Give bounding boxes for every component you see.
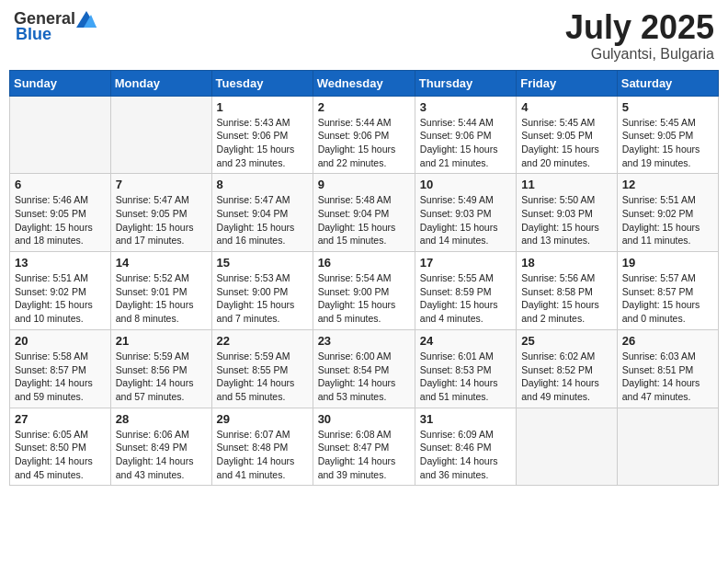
location-title: Gulyantsi, Bulgaria bbox=[565, 46, 714, 63]
calendar-day-cell: 2Sunrise: 5:44 AMSunset: 9:06 PMDaylight… bbox=[313, 96, 415, 174]
day-info: Sunrise: 5:47 AMSunset: 9:05 PMDaylight:… bbox=[116, 193, 207, 247]
day-number: 28 bbox=[116, 412, 207, 426]
day-number: 27 bbox=[15, 412, 106, 426]
calendar-day-cell: 25Sunrise: 6:02 AMSunset: 8:52 PMDayligh… bbox=[517, 329, 618, 408]
calendar-day-cell: 8Sunrise: 5:47 AMSunset: 9:04 PMDaylight… bbox=[211, 174, 313, 252]
calendar-day-cell: 6Sunrise: 5:46 AMSunset: 9:05 PMDaylight… bbox=[10, 174, 111, 252]
day-number: 17 bbox=[420, 256, 511, 270]
day-info: Sunrise: 5:46 AMSunset: 9:05 PMDaylight:… bbox=[15, 193, 106, 247]
calendar-day-cell: 29Sunrise: 6:07 AMSunset: 8:48 PMDayligh… bbox=[211, 408, 313, 486]
calendar-day-cell bbox=[110, 96, 211, 174]
day-number: 11 bbox=[521, 178, 612, 191]
calendar-day-cell: 3Sunrise: 5:44 AMSunset: 9:06 PMDaylight… bbox=[415, 96, 516, 174]
day-info: Sunrise: 5:51 AMSunset: 9:02 PMDaylight:… bbox=[15, 271, 106, 326]
day-info: Sunrise: 5:45 AMSunset: 9:05 PMDaylight:… bbox=[521, 116, 612, 170]
day-info: Sunrise: 6:08 AMSunset: 8:47 PMDaylight:… bbox=[318, 428, 410, 482]
day-info: Sunrise: 6:07 AMSunset: 8:48 PMDaylight:… bbox=[217, 428, 308, 482]
calendar-week-5: 27Sunrise: 6:05 AMSunset: 8:50 PMDayligh… bbox=[10, 408, 719, 486]
day-number: 19 bbox=[622, 256, 713, 270]
day-info: Sunrise: 5:54 AMSunset: 9:00 PMDaylight:… bbox=[318, 271, 410, 326]
calendar-week-1: 1Sunrise: 5:43 AMSunset: 9:06 PMDaylight… bbox=[10, 96, 719, 174]
day-info: Sunrise: 6:00 AMSunset: 8:54 PMDaylight:… bbox=[318, 350, 410, 404]
day-number: 22 bbox=[217, 334, 308, 348]
day-number: 14 bbox=[116, 256, 207, 270]
calendar-day-cell: 15Sunrise: 5:53 AMSunset: 9:00 PMDayligh… bbox=[211, 252, 313, 330]
day-info: Sunrise: 5:44 AMSunset: 9:06 PMDaylight:… bbox=[318, 116, 410, 170]
calendar-day-cell: 26Sunrise: 6:03 AMSunset: 8:51 PMDayligh… bbox=[617, 329, 718, 408]
calendar-day-cell: 23Sunrise: 6:00 AMSunset: 8:54 PMDayligh… bbox=[313, 329, 415, 408]
calendar-day-cell: 31Sunrise: 6:09 AMSunset: 8:46 PMDayligh… bbox=[415, 408, 516, 486]
logo: General Blue bbox=[14, 9, 97, 44]
calendar-day-cell: 21Sunrise: 5:59 AMSunset: 8:56 PMDayligh… bbox=[110, 329, 211, 408]
day-number: 2 bbox=[318, 100, 410, 114]
day-info: Sunrise: 5:48 AMSunset: 9:04 PMDaylight:… bbox=[318, 193, 410, 247]
day-number: 3 bbox=[420, 100, 511, 114]
calendar-day-cell bbox=[10, 96, 111, 174]
page-header: General Blue July 2025 Gulyantsi, Bulgar… bbox=[9, 9, 719, 63]
calendar-day-cell: 14Sunrise: 5:52 AMSunset: 9:01 PMDayligh… bbox=[110, 252, 211, 330]
day-info: Sunrise: 5:58 AMSunset: 8:57 PMDaylight:… bbox=[15, 350, 106, 404]
day-info: Sunrise: 5:50 AMSunset: 9:03 PMDaylight:… bbox=[521, 193, 612, 247]
day-number: 29 bbox=[217, 412, 308, 426]
logo-icon bbox=[76, 11, 97, 28]
calendar-day-cell: 17Sunrise: 5:55 AMSunset: 8:59 PMDayligh… bbox=[415, 252, 516, 330]
calendar-day-cell: 24Sunrise: 6:01 AMSunset: 8:53 PMDayligh… bbox=[415, 329, 516, 408]
calendar-week-3: 13Sunrise: 5:51 AMSunset: 9:02 PMDayligh… bbox=[10, 252, 719, 330]
day-number: 1 bbox=[217, 100, 308, 114]
day-number: 13 bbox=[15, 256, 106, 270]
day-info: Sunrise: 6:03 AMSunset: 8:51 PMDaylight:… bbox=[622, 350, 713, 404]
day-info: Sunrise: 6:01 AMSunset: 8:53 PMDaylight:… bbox=[420, 350, 511, 404]
calendar-day-cell: 10Sunrise: 5:49 AMSunset: 9:03 PMDayligh… bbox=[415, 174, 516, 252]
day-info: Sunrise: 5:59 AMSunset: 8:55 PMDaylight:… bbox=[217, 350, 308, 404]
calendar-day-cell bbox=[617, 408, 718, 486]
day-number: 6 bbox=[15, 178, 106, 191]
day-number: 26 bbox=[622, 334, 713, 348]
day-info: Sunrise: 5:52 AMSunset: 9:01 PMDaylight:… bbox=[116, 271, 207, 326]
calendar-day-cell: 11Sunrise: 5:50 AMSunset: 9:03 PMDayligh… bbox=[517, 174, 618, 252]
day-number: 21 bbox=[116, 334, 207, 348]
day-number: 9 bbox=[318, 178, 410, 191]
day-number: 25 bbox=[521, 334, 612, 348]
day-info: Sunrise: 5:55 AMSunset: 8:59 PMDaylight:… bbox=[420, 271, 511, 326]
logo-blue-text: Blue bbox=[16, 25, 51, 44]
weekday-header-saturday: Saturday bbox=[617, 70, 718, 96]
day-number: 24 bbox=[420, 334, 511, 348]
day-number: 18 bbox=[521, 256, 612, 270]
calendar-header-row: SundayMondayTuesdayWednesdayThursdayFrid… bbox=[10, 70, 719, 96]
calendar-day-cell: 12Sunrise: 5:51 AMSunset: 9:02 PMDayligh… bbox=[617, 174, 718, 252]
weekday-header-friday: Friday bbox=[517, 70, 618, 96]
calendar-day-cell: 30Sunrise: 6:08 AMSunset: 8:47 PMDayligh… bbox=[313, 408, 415, 486]
day-number: 15 bbox=[217, 256, 308, 270]
day-info: Sunrise: 5:51 AMSunset: 9:02 PMDaylight:… bbox=[622, 193, 713, 247]
calendar-day-cell: 22Sunrise: 5:59 AMSunset: 8:55 PMDayligh… bbox=[211, 329, 313, 408]
title-block: July 2025 Gulyantsi, Bulgaria bbox=[565, 9, 714, 63]
day-number: 12 bbox=[622, 178, 713, 191]
day-number: 31 bbox=[420, 412, 511, 426]
calendar-day-cell: 16Sunrise: 5:54 AMSunset: 9:00 PMDayligh… bbox=[313, 252, 415, 330]
weekday-header-thursday: Thursday bbox=[415, 70, 516, 96]
day-info: Sunrise: 5:56 AMSunset: 8:58 PMDaylight:… bbox=[521, 271, 612, 326]
day-info: Sunrise: 5:45 AMSunset: 9:05 PMDaylight:… bbox=[622, 116, 713, 170]
day-number: 4 bbox=[521, 100, 612, 114]
calendar-day-cell: 7Sunrise: 5:47 AMSunset: 9:05 PMDaylight… bbox=[110, 174, 211, 252]
day-number: 7 bbox=[116, 178, 207, 191]
day-number: 23 bbox=[318, 334, 410, 348]
calendar-day-cell: 5Sunrise: 5:45 AMSunset: 9:05 PMDaylight… bbox=[617, 96, 718, 174]
calendar-day-cell: 20Sunrise: 5:58 AMSunset: 8:57 PMDayligh… bbox=[10, 329, 111, 408]
day-info: Sunrise: 5:59 AMSunset: 8:56 PMDaylight:… bbox=[116, 350, 207, 404]
calendar-day-cell: 27Sunrise: 6:05 AMSunset: 8:50 PMDayligh… bbox=[10, 408, 111, 486]
day-number: 5 bbox=[622, 100, 713, 114]
day-info: Sunrise: 5:49 AMSunset: 9:03 PMDaylight:… bbox=[420, 193, 511, 247]
calendar-day-cell: 19Sunrise: 5:57 AMSunset: 8:57 PMDayligh… bbox=[617, 252, 718, 330]
weekday-header-wednesday: Wednesday bbox=[313, 70, 415, 96]
day-number: 20 bbox=[15, 334, 106, 348]
calendar-table: SundayMondayTuesdayWednesdayThursdayFrid… bbox=[9, 70, 719, 487]
day-info: Sunrise: 6:09 AMSunset: 8:46 PMDaylight:… bbox=[420, 428, 511, 482]
calendar-week-4: 20Sunrise: 5:58 AMSunset: 8:57 PMDayligh… bbox=[10, 329, 719, 408]
calendar-day-cell: 9Sunrise: 5:48 AMSunset: 9:04 PMDaylight… bbox=[313, 174, 415, 252]
calendar-day-cell: 4Sunrise: 5:45 AMSunset: 9:05 PMDaylight… bbox=[517, 96, 618, 174]
weekday-header-monday: Monday bbox=[110, 70, 211, 96]
weekday-header-sunday: Sunday bbox=[10, 70, 111, 96]
day-info: Sunrise: 6:06 AMSunset: 8:49 PMDaylight:… bbox=[116, 428, 207, 482]
day-info: Sunrise: 5:44 AMSunset: 9:06 PMDaylight:… bbox=[420, 116, 511, 170]
